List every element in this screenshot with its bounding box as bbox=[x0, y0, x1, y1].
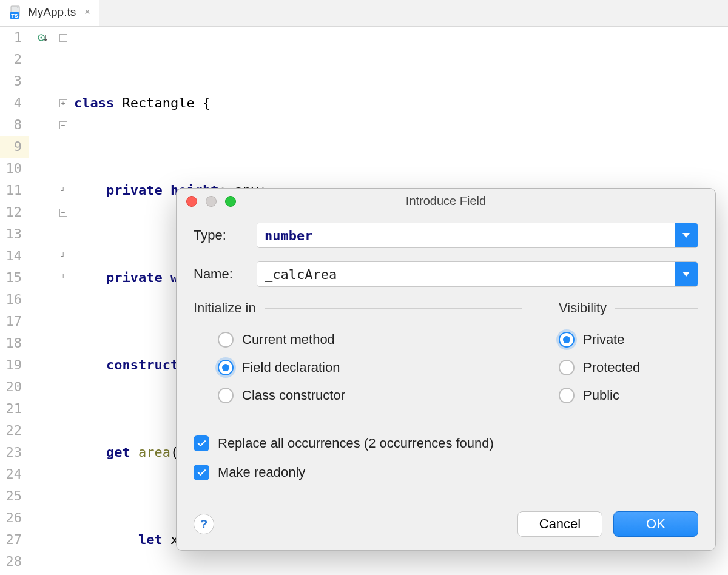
fold-minus-icon[interactable]: − bbox=[57, 114, 69, 136]
line-number: 4 bbox=[0, 92, 29, 114]
line-number: 16 bbox=[0, 289, 29, 311]
keyword: get bbox=[106, 445, 130, 460]
fold-end-icon[interactable]: ┘ bbox=[57, 245, 69, 267]
line-number: 12 bbox=[0, 201, 29, 223]
make-readonly-label: Make readonly bbox=[218, 465, 305, 480]
group-title: Visibility bbox=[559, 300, 607, 316]
line-number: 17 bbox=[0, 311, 29, 332]
dialog-titlebar[interactable]: Introduce Field bbox=[177, 189, 715, 213]
fold-minus-icon[interactable]: − bbox=[57, 27, 69, 49]
chevron-down-icon bbox=[682, 233, 690, 238]
line-number: 18 bbox=[0, 332, 29, 354]
ok-button[interactable]: OK bbox=[613, 511, 698, 537]
initialize-in-radio[interactable] bbox=[218, 360, 234, 375]
introduce-field-dialog: Introduce Field Type: Name: Initialize i… bbox=[176, 188, 716, 551]
ts-file-icon: TS bbox=[8, 5, 23, 19]
class-name: Rectangle bbox=[122, 95, 194, 110]
cancel-button[interactable]: Cancel bbox=[517, 511, 602, 537]
name-combo[interactable] bbox=[257, 261, 698, 287]
line-number: 24 bbox=[0, 463, 29, 485]
line-number: 14 bbox=[0, 245, 29, 267]
line-number: 21 bbox=[0, 398, 29, 420]
replace-occurrences-row[interactable]: Replace all occurrences (2 occurrences f… bbox=[194, 429, 698, 458]
initialize-in-label: Class constructor bbox=[242, 388, 345, 403]
replace-occurrences-checkbox[interactable] bbox=[194, 435, 209, 451]
initialize-in-label: Current method bbox=[242, 332, 335, 348]
chevron-down-icon bbox=[682, 272, 690, 277]
window-controls bbox=[186, 196, 236, 207]
visibility-radio[interactable] bbox=[559, 332, 575, 348]
visibility-label: Public bbox=[583, 388, 619, 403]
line-number: 13 bbox=[0, 223, 29, 245]
visibility-option[interactable]: Protected bbox=[559, 354, 698, 382]
name-dropdown-button[interactable] bbox=[675, 262, 698, 286]
fold-plus-icon[interactable]: + bbox=[57, 92, 69, 114]
visibility-group: Visibility PrivateProtectedPublic bbox=[559, 300, 698, 409]
line-number: 11 bbox=[0, 180, 29, 201]
close-window-button[interactable] bbox=[186, 196, 197, 207]
type-combo[interactable] bbox=[257, 223, 698, 248]
keyword: private bbox=[106, 270, 163, 285]
replace-occurrences-label: Replace all occurrences (2 occurrences f… bbox=[218, 435, 494, 451]
gutter-marks bbox=[29, 27, 57, 575]
initialize-in-label: Field declaration bbox=[242, 360, 340, 375]
help-button[interactable]: ? bbox=[194, 514, 214, 534]
type-dropdown-button[interactable] bbox=[675, 223, 698, 247]
impl-arrow[interactable] bbox=[32, 27, 53, 49]
type-input[interactable] bbox=[257, 223, 675, 247]
tab-bar: TS MyApp.ts × bbox=[0, 0, 728, 27]
name-row: Name: bbox=[194, 261, 698, 287]
visibility-label: Protected bbox=[583, 360, 640, 375]
visibility-radio[interactable] bbox=[559, 388, 575, 403]
line-number: 28 bbox=[0, 551, 29, 573]
zoom-window-button[interactable] bbox=[225, 196, 236, 207]
dialog-body: Type: Name: Initialize in Current method… bbox=[177, 213, 715, 487]
initialize-in-option[interactable]: Class constructor bbox=[218, 382, 522, 409]
check-icon bbox=[196, 438, 207, 449]
initialize-in-group: Initialize in Current methodField declar… bbox=[194, 300, 522, 409]
make-readonly-checkbox[interactable] bbox=[194, 465, 209, 480]
keyword: let bbox=[138, 532, 163, 547]
svg-point-4 bbox=[40, 36, 42, 38]
name-input[interactable] bbox=[257, 262, 675, 286]
fold-minus-icon[interactable]: − bbox=[57, 201, 69, 223]
line-number: 26 bbox=[0, 507, 29, 529]
line-number: 19 bbox=[0, 354, 29, 376]
fold-end-icon[interactable]: ┘ bbox=[57, 180, 69, 201]
keyword: private bbox=[106, 183, 163, 198]
tab-filename: MyApp.ts bbox=[28, 5, 76, 19]
line-number: 15 bbox=[0, 267, 29, 289]
divider bbox=[265, 308, 522, 309]
line-number: 27 bbox=[0, 529, 29, 551]
type-label: Type: bbox=[194, 227, 246, 243]
line-number: 22 bbox=[0, 420, 29, 442]
minimize-window-button[interactable] bbox=[206, 196, 217, 207]
close-icon[interactable]: × bbox=[84, 7, 90, 18]
fold-end-icon[interactable]: ┘ bbox=[57, 267, 69, 289]
brace: { bbox=[195, 95, 211, 110]
check-icon bbox=[196, 467, 207, 478]
line-number: 1 bbox=[0, 27, 29, 49]
visibility-option[interactable]: Private bbox=[559, 326, 698, 354]
visibility-label: Private bbox=[583, 332, 624, 348]
line-gutter: 1234891011121314151617181920212223242526… bbox=[0, 27, 29, 575]
group-title: Initialize in bbox=[194, 300, 256, 316]
visibility-radio[interactable] bbox=[559, 360, 575, 375]
checkbox-section: Replace all occurrences (2 occurrences f… bbox=[194, 429, 698, 487]
make-readonly-row[interactable]: Make readonly bbox=[194, 458, 698, 487]
line-number: 9 bbox=[0, 136, 29, 158]
dialog-footer: ? Cancel OK bbox=[194, 511, 698, 537]
fold-gutter: −+−┘−┘┘ bbox=[57, 27, 72, 575]
line-number: 2 bbox=[0, 49, 29, 70]
divider bbox=[615, 308, 698, 309]
type-row: Type: bbox=[194, 223, 698, 248]
line-number: 8 bbox=[0, 114, 29, 136]
initialize-in-option[interactable]: Field declaration bbox=[218, 354, 522, 382]
initialize-in-radio[interactable] bbox=[218, 332, 234, 348]
name-label: Name: bbox=[194, 266, 246, 282]
visibility-option[interactable]: Public bbox=[559, 382, 698, 409]
getter-name: area bbox=[138, 445, 170, 460]
initialize-in-option[interactable]: Current method bbox=[218, 326, 522, 354]
tab-file[interactable]: TS MyApp.ts × bbox=[0, 0, 99, 26]
initialize-in-radio[interactable] bbox=[218, 388, 234, 403]
